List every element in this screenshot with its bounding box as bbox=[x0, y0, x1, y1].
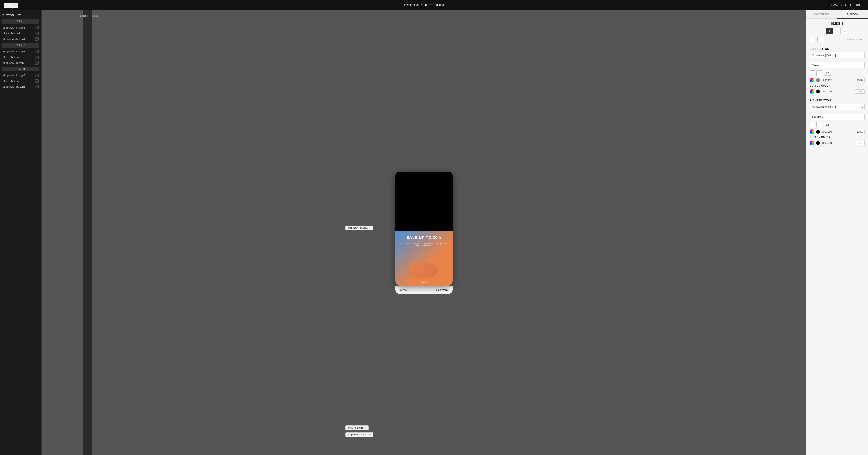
sidebar-title: BUTTON LIST bbox=[0, 12, 41, 18]
sidebar-checkbox-shop-now-image3[interactable] bbox=[35, 74, 38, 77]
topbar-right: SAVE ↑ GET CODE ↑ bbox=[831, 3, 864, 7]
sidebar-checkbox-shop-now-image1[interactable] bbox=[35, 26, 38, 29]
sidebar-checkbox-close-button2[interactable] bbox=[35, 56, 38, 59]
left-button-color-rainbow[interactable] bbox=[810, 78, 814, 83]
get-code-button[interactable]: GET CODE ↑ bbox=[845, 3, 864, 7]
phone-bottom-area: SALE UP TO 30% Get a designer brand prod… bbox=[396, 231, 453, 286]
sidebar-checkbox-shop-now-button3[interactable] bbox=[35, 85, 38, 88]
slide-num-2[interactable]: 2 bbox=[834, 28, 841, 34]
tab-button[interactable]: BUTTON bbox=[837, 10, 868, 19]
canvas-label-text: shop now - button1 bbox=[348, 433, 368, 436]
page-title: BOTTOM SHEET SLIDE bbox=[404, 3, 445, 7]
phone-frame: SALE UP TO 30% Get a designer brand prod… bbox=[396, 172, 453, 286]
left-button-size-controls: − + bbox=[810, 70, 822, 76]
left-button-bg-rainbow[interactable] bbox=[810, 89, 814, 94]
see-more-button-preview[interactable]: See more bbox=[436, 288, 448, 291]
slide-header-2: Slide 2 bbox=[2, 43, 39, 48]
shoe-image bbox=[410, 262, 438, 279]
left-button-font-select[interactable]: Montserrat [Medium] bbox=[810, 52, 865, 58]
canvas-label-shop-now-image1[interactable]: shop now - image1 ✏ bbox=[345, 226, 373, 230]
right-button-size-row: − + 12 bbox=[810, 122, 865, 127]
right-button-color-label: BUTTON COLOR bbox=[810, 136, 865, 139]
left-button-color-circle[interactable] bbox=[816, 78, 820, 82]
sidebar-item-shop-now-button3[interactable]: shop now - button3 bbox=[0, 84, 41, 90]
sidebar-item-shop-now-button1[interactable]: shop now - button1 bbox=[0, 36, 41, 42]
get-code-icon: ↑ bbox=[863, 3, 864, 7]
left-button-size-decrease[interactable]: − bbox=[810, 70, 815, 76]
right-panel: CONTENTS BUTTON SLIDE 1 1 2 3 − + * Crea… bbox=[806, 10, 868, 455]
right-button-bg-hex: #000000 bbox=[822, 142, 854, 144]
back-label: BACK bbox=[9, 3, 18, 7]
left-button-bg-circle[interactable] bbox=[816, 89, 820, 94]
sidebar-item-close-button1[interactable]: close - button1 bbox=[0, 30, 41, 36]
canvas-label-text: close - button1 bbox=[348, 426, 363, 429]
back-button[interactable]: ← BACK bbox=[4, 3, 18, 8]
topbar-left: ← BACK bbox=[4, 3, 18, 8]
divider-2 bbox=[810, 96, 865, 96]
slide-num-1[interactable]: 1 bbox=[826, 28, 833, 34]
slide-title: SLIDE 1 bbox=[810, 22, 865, 25]
edit-icon: ✏ bbox=[369, 227, 371, 229]
sidebar-item-label: shop now - button2 bbox=[3, 61, 25, 64]
canvas-label-text: shop now - image1 bbox=[348, 227, 368, 229]
sidebar-item-shop-now-button2[interactable]: shop now - button2 bbox=[0, 60, 41, 66]
slide-num-3[interactable]: 3 bbox=[842, 28, 848, 34]
right-button-text-color-row: #000000 100% bbox=[810, 130, 865, 134]
right-button-text-input[interactable] bbox=[810, 114, 865, 120]
sidebar-item-close-button2[interactable]: close - button2 bbox=[0, 54, 41, 60]
sidebar-item-label: shop now - image1 bbox=[3, 26, 25, 29]
left-button-text-color-row: #828282 100% bbox=[810, 78, 865, 83]
left-button-size-increase[interactable]: + bbox=[816, 70, 822, 76]
left-button-bg-opacity[interactable]: 0% bbox=[855, 89, 865, 94]
sidebar-item-close-button3[interactable]: close - button3 bbox=[0, 78, 41, 84]
sidebar-item-shop-now-image1[interactable]: shop now - image1 bbox=[0, 25, 41, 30]
phone-mockup: SALE UP TO 30% Get a designer brand prod… bbox=[396, 172, 453, 294]
dot-2 bbox=[423, 282, 425, 283]
canvas-label-shop-now-button1[interactable]: shop now - button1 ✏ bbox=[345, 432, 373, 437]
remove-slide-button[interactable]: − bbox=[810, 37, 815, 42]
back-arrow-icon: ← bbox=[4, 3, 8, 7]
sidebar-checkbox-shop-now-button1[interactable] bbox=[35, 37, 38, 41]
close-button-preview[interactable]: Close bbox=[400, 288, 407, 291]
sidebar-item-label: shop now - image3 bbox=[3, 74, 25, 77]
right-button-color-opacity[interactable]: 100% bbox=[855, 130, 865, 134]
canvas-label-close-button1[interactable]: close - button1 ✏ bbox=[345, 425, 369, 430]
button-col2-label: BUTTON2 bbox=[82, 15, 98, 17]
max-slides-text: * Create up to 7 slides bbox=[843, 38, 865, 41]
slide-controls: − + * Create up to 7 slides bbox=[810, 37, 865, 42]
sidebar-checkbox-shop-now-image2[interactable] bbox=[35, 50, 38, 53]
left-button-text-input[interactable] bbox=[810, 62, 865, 68]
panel-tabs: CONTENTS BUTTON bbox=[806, 10, 868, 19]
right-button-size-decrease[interactable]: − bbox=[810, 122, 815, 127]
save-label: SAVE bbox=[831, 3, 839, 7]
sidebar-item-label: shop now - button1 bbox=[3, 38, 25, 40]
add-slide-button[interactable]: + bbox=[817, 37, 823, 42]
right-button-font-select[interactable]: Montserrat [Medium] bbox=[810, 104, 865, 110]
sidebar-checkbox-close-button3[interactable] bbox=[35, 79, 38, 83]
right-button-font-size: 12 bbox=[824, 122, 831, 127]
sidebar-checkbox-close-button1[interactable] bbox=[35, 32, 38, 35]
right-button-bg-color-row: #000000 0% bbox=[810, 141, 865, 145]
sidebar-item-shop-now-image2[interactable]: shop now - image2 bbox=[0, 49, 41, 54]
right-button-color-hex: #000000 bbox=[822, 130, 854, 133]
carousel-dots bbox=[396, 282, 453, 283]
sidebar-checkbox-shop-now-button2[interactable] bbox=[35, 61, 38, 64]
slide-nums: 1 2 3 bbox=[810, 28, 865, 34]
save-button[interactable]: SAVE ↑ bbox=[831, 3, 842, 7]
right-button-color-rainbow[interactable] bbox=[810, 130, 814, 134]
right-button-bg-rainbow[interactable] bbox=[810, 141, 814, 145]
sidebar-item-shop-now-image3[interactable]: shop now - image3 bbox=[0, 73, 41, 78]
right-button-size-increase[interactable]: + bbox=[816, 122, 822, 127]
right-button-bg-opacity[interactable]: 0% bbox=[855, 141, 865, 145]
save-icon: ↑ bbox=[841, 3, 842, 7]
sidebar-item-label: close - button2 bbox=[3, 56, 20, 59]
right-button-bg-circle[interactable] bbox=[816, 141, 820, 145]
left-button-color-opacity[interactable]: 100% bbox=[855, 78, 865, 82]
get-code-label: GET CODE bbox=[845, 3, 861, 7]
sale-sub-text: Get a designer brand products at a sale … bbox=[400, 242, 448, 247]
tab-contents[interactable]: CONTENTS bbox=[806, 10, 837, 18]
right-button-color-circle[interactable] bbox=[816, 130, 820, 134]
sidebar-item-label: shop now - button3 bbox=[3, 85, 25, 88]
topbar: ← BACK BOTTOM SHEET SLIDE SAVE ↑ GET COD… bbox=[0, 0, 868, 10]
left-button-font-select-wrap: Montserrat [Medium] bbox=[810, 52, 865, 60]
